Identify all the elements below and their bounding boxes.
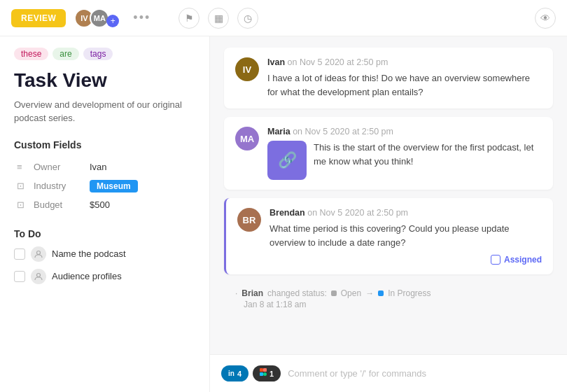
tags-row: these are tags	[14, 48, 195, 60]
comment-header-ivan: Ivan on Nov 5 2020 at 2:50 pm	[267, 57, 542, 67]
assigned-label: Assigned	[504, 255, 542, 265]
svg-rect-3	[263, 368, 267, 372]
right-panel: IV Ivan on Nov 5 2020 at 2:50 pm I have …	[210, 36, 567, 392]
comment-placeholder[interactable]: Comment or type '/' for commands	[288, 368, 556, 379]
attachment-row: 🔗 This is the start of the overview for …	[267, 141, 542, 180]
museum-badge[interactable]: Museum	[90, 180, 138, 192]
todo-item-1: Name the podcast	[14, 246, 195, 262]
linkedin-icon: in	[228, 370, 234, 377]
todo-user-icon-2	[31, 269, 46, 284]
status-arrow: →	[365, 288, 374, 298]
comment-maria: MA Maria on Nov 5 2020 at 2:50 pm 🔗 This…	[224, 117, 553, 190]
svg-rect-4	[260, 372, 263, 376]
eye-icon: 👁	[540, 13, 550, 24]
comment-author: Brendan	[270, 208, 305, 218]
avatar-brendan: BR	[237, 208, 261, 232]
status-to-dot	[378, 290, 384, 296]
comment-header-maria: Maria on Nov 5 2020 at 2:50 pm	[267, 127, 542, 136]
comment-text-brendan: What time period is this covering? Could…	[270, 222, 542, 249]
linkedin-count: 4	[237, 370, 241, 378]
more-options-button[interactable]: •••	[133, 10, 150, 25]
industry-label: Industry	[31, 176, 87, 195]
svg-rect-2	[260, 368, 263, 372]
attachment-thumbnail[interactable]: 🔗	[267, 141, 307, 180]
left-panel: these are tags Task View Overview and de…	[0, 36, 210, 392]
comment-body-ivan: Ivan on Nov 5 2020 at 2:50 pm I have a l…	[267, 57, 542, 99]
status-row: · Brian changed status: Open → In Progre…	[235, 288, 542, 298]
todo-title: To Do	[14, 228, 195, 239]
status-from-dot	[331, 290, 337, 296]
status-change: · Brian changed status: Open → In Progre…	[224, 283, 553, 315]
status-bullet: ·	[235, 288, 237, 298]
clock-icon-button[interactable]: ◷	[237, 8, 258, 29]
avatar-group: IV MA +	[74, 8, 119, 28]
assigned-badge: Assigned	[270, 255, 542, 265]
comment-input-area: in 4 1 Comment or type '/' for c	[210, 354, 567, 392]
comment-body-brendan: Brendan on Nov 5 2020 at 2:50 pm What ti…	[270, 208, 542, 265]
status-author: Brian	[241, 288, 263, 298]
comment-text-maria: This is the start of the overview for th…	[314, 141, 542, 168]
linkedin-pill[interactable]: in 4	[221, 365, 248, 382]
flag-icon: ⚑	[185, 13, 194, 24]
comment-timestamp: on Nov 5 2020 at 2:50 pm	[293, 127, 393, 136]
main-content: these are tags Task View Overview and de…	[0, 36, 567, 392]
comment-body-maria: Maria on Nov 5 2020 at 2:50 pm 🔗 This is…	[267, 127, 542, 180]
todo-text-2: Audience profiles	[52, 271, 122, 281]
tag-tags[interactable]: tags	[83, 48, 113, 60]
industry-value[interactable]: Museum	[87, 176, 195, 195]
task-description: Overview and development of our original…	[14, 98, 195, 125]
industry-icon: ⊡	[14, 176, 31, 195]
figma-pill[interactable]: 1	[253, 365, 281, 382]
todo-user-icon-1	[31, 246, 46, 262]
header: REVIEW IV MA + ••• ⚑ ▦ ◷ 👁	[0, 0, 567, 36]
figma-icon	[260, 368, 267, 379]
comment-pills: in 4 1	[221, 365, 281, 382]
task-title: Task View	[14, 69, 195, 92]
tag-are[interactable]: are	[52, 48, 78, 60]
owner-icon: ≡	[14, 158, 31, 176]
attachment-icon: 🔗	[278, 151, 297, 169]
assigned-checkbox[interactable]	[491, 255, 500, 265]
comment-timestamp: on Nov 5 2020 at 2:50 pm	[307, 208, 408, 218]
todo-item-2: Audience profiles	[14, 269, 195, 284]
status-from-label: Open	[341, 288, 361, 298]
tag-these[interactable]: these	[14, 48, 48, 60]
review-button[interactable]: REVIEW	[11, 9, 66, 27]
todo-text-1: Name the podcast	[52, 248, 126, 259]
comment-ivan: IV Ivan on Nov 5 2020 at 2:50 pm I have …	[224, 48, 553, 108]
eye-icon-button[interactable]: 👁	[535, 8, 556, 29]
comment-author: Maria	[267, 127, 290, 136]
owner-value: Ivan	[87, 158, 195, 176]
calendar-icon-button[interactable]: ▦	[208, 8, 229, 29]
todo-checkbox-2[interactable]	[14, 271, 25, 282]
field-industry: ⊡ Industry Museum	[14, 176, 195, 195]
custom-fields-title: Custom Fields	[14, 139, 195, 150]
comments-area: IV Ivan on Nov 5 2020 at 2:50 pm I have …	[210, 36, 567, 354]
avatar-maria: MA	[235, 127, 259, 150]
status-timestamp: Jan 8 at 1:18 am	[235, 300, 542, 309]
todo-checkbox-1[interactable]	[14, 248, 25, 260]
custom-fields-table: ≡ Owner Ivan ⊡ Industry Museum ⊡ Budget …	[14, 158, 195, 214]
header-action-icons: ⚑ ▦ ◷	[178, 8, 258, 29]
flag-icon-button[interactable]: ⚑	[178, 8, 200, 29]
clock-icon: ◷	[244, 13, 252, 24]
owner-label: Owner	[31, 158, 87, 176]
budget-label: Budget	[31, 195, 87, 214]
figma-count: 1	[270, 370, 274, 378]
calendar-icon: ▦	[214, 13, 223, 24]
comment-timestamp: on Nov 5 2020 at 2:50 pm	[288, 57, 388, 67]
status-to-label: In Progress	[388, 288, 430, 298]
comment-text-ivan: I have a lot of ideas for this! Do we ha…	[267, 71, 542, 99]
comment-header-brendan: Brendan on Nov 5 2020 at 2:50 pm	[270, 208, 542, 218]
budget-value: $500	[87, 195, 195, 214]
svg-point-0	[37, 251, 41, 254]
svg-point-5	[263, 372, 267, 376]
field-owner: ≡ Owner Ivan	[14, 158, 195, 176]
avatar-ivan: IV	[235, 57, 259, 81]
comment-author: Ivan	[267, 57, 285, 67]
field-budget: ⊡ Budget $500	[14, 195, 195, 214]
comment-brendan: BR Brendan on Nov 5 2020 at 2:50 pm What…	[224, 198, 553, 274]
svg-point-1	[37, 273, 41, 276]
add-member-button[interactable]: +	[106, 15, 119, 27]
status-action: changed status:	[267, 288, 327, 298]
